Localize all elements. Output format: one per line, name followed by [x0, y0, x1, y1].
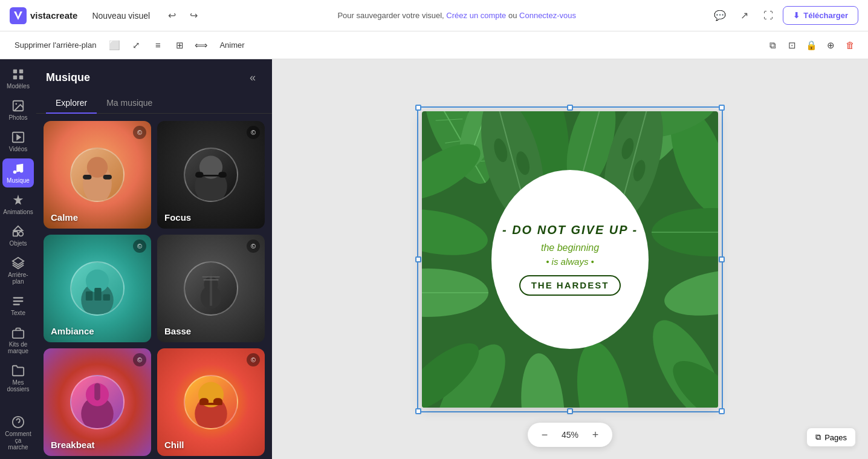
music-card-breakbeat[interactable]: © Breakbeat: [44, 348, 151, 456]
sidebar-item-mes-dossiers[interactable]: Mes dossiers: [2, 360, 34, 396]
ambiance-label: Ambiance: [51, 326, 94, 336]
svg-rect-2: [13, 70, 17, 73]
login-link[interactable]: Connectez-vous: [519, 11, 576, 20]
svg-rect-35: [210, 269, 212, 306]
folder-icon: [11, 364, 25, 377]
music-card-chill[interactable]: © Chill: [157, 348, 265, 456]
svg-rect-32: [103, 295, 110, 301]
handle-bottom-middle[interactable]: [567, 408, 573, 414]
remove-background-button[interactable]: Supprimer l'arrière-plan: [10, 38, 101, 52]
svg-rect-3: [19, 70, 23, 73]
basse-copyright-icon: ©: [247, 239, 260, 253]
handle-top-middle[interactable]: [567, 105, 573, 111]
sidebar-item-animations[interactable]: Animations: [2, 190, 34, 219]
sidebar-label-arriere-plan: Arrière-plan: [5, 272, 31, 285]
handle-bottom-right[interactable]: [719, 408, 725, 414]
svg-point-13: [19, 232, 23, 236]
resize-icon-button[interactable]: ⤢: [128, 37, 144, 54]
play-icon: [11, 131, 25, 144]
sidebar-item-videos[interactable]: Vidéos: [2, 127, 34, 156]
svg-point-7: [15, 103, 17, 105]
pages-button[interactable]: ⧉ Pages: [806, 428, 856, 447]
tab-explorer[interactable]: Explorer: [46, 93, 97, 114]
zoom-out-button[interactable]: −: [536, 426, 553, 443]
panel-collapse-button[interactable]: «: [243, 68, 262, 87]
sidebar-item-objets[interactable]: Objets: [2, 221, 34, 250]
layers-icon-button[interactable]: ⧉: [764, 37, 781, 54]
music-card-calme[interactable]: © Calme: [44, 121, 151, 229]
grid-icon: [11, 68, 25, 81]
zoom-in-button[interactable]: +: [587, 426, 604, 443]
canvas-visual[interactable]: - DO NOT GIVE UP - the beginning • is al…: [422, 111, 718, 408]
comment-icon-button[interactable]: 💬: [710, 6, 730, 25]
music-icon: [11, 162, 25, 175]
svg-rect-45: [199, 403, 222, 405]
handle-bottom-left[interactable]: [415, 408, 421, 414]
sidebar-label-help: Comment ça marche: [5, 431, 31, 451]
duplicate-icon-button[interactable]: ⊕: [822, 37, 839, 54]
sidebar-label-videos: Vidéos: [9, 146, 27, 152]
position-icon-button[interactable]: ⊡: [783, 37, 800, 54]
layers-icon: [11, 256, 25, 270]
canvas-text-overlay: - DO NOT GIVE UP - the beginning • is al…: [422, 111, 718, 408]
animate-button[interactable]: Animer: [215, 38, 249, 52]
chill-label: Chill: [164, 440, 184, 450]
sidebar-label-musique: Musique: [7, 177, 30, 184]
create-account-link[interactable]: Créez un compte: [446, 11, 506, 20]
sidebar-item-photos[interactable]: Photos: [2, 96, 34, 125]
canvas-text-content: - DO NOT GIVE UP - the beginning • is al…: [490, 210, 650, 308]
chill-copyright-icon: ©: [247, 353, 260, 366]
sidebar-item-help[interactable]: Comment ça marche: [2, 412, 34, 454]
lock-icon-button[interactable]: 🔒: [803, 37, 820, 54]
sidebar-item-musique[interactable]: Musique: [2, 158, 34, 187]
calme-label: Calme: [51, 212, 78, 223]
grid-icon-button[interactable]: ⊞: [171, 37, 188, 54]
delete-icon-button[interactable]: 🗑: [841, 37, 858, 54]
toolbar-right-actions: ⧉ ⊡ 🔒 ⊕ 🗑: [764, 37, 858, 54]
redo-button[interactable]: ↪: [184, 6, 203, 25]
sidebar-label-objets: Objets: [10, 240, 27, 247]
topbar-actions: 💬 ↗ ⛶ ⬇ Télécharger: [710, 6, 858, 25]
sidebar-label-modeles: Modèles: [7, 83, 30, 90]
or-text: ou: [508, 11, 519, 20]
handle-middle-left[interactable]: [415, 256, 421, 262]
svg-rect-4: [13, 76, 17, 79]
text-icon: [11, 295, 25, 308]
undo-button[interactable]: ↩: [162, 6, 181, 25]
align-icon-button[interactable]: ≡: [149, 37, 166, 54]
sidebar-item-kits[interactable]: Kits de marque: [2, 322, 34, 358]
headline4-badge: THE HARDEST: [519, 275, 621, 296]
svg-rect-31: [94, 288, 101, 301]
topbar-save-message: Pour sauvegarder votre visuel, Créez un …: [213, 11, 701, 20]
pages-icon: ⧉: [815, 432, 821, 442]
music-card-bg-calme: © Calme: [44, 121, 151, 229]
music-card-bg-ambiance: © Ambiance: [44, 235, 151, 342]
handle-top-left[interactable]: [415, 105, 421, 111]
download-icon: ⬇: [793, 11, 800, 20]
crop-icon-button[interactable]: ⬜: [106, 37, 123, 54]
handle-top-right[interactable]: [719, 105, 725, 111]
svg-rect-5: [19, 76, 23, 79]
panel-content: © Calme: [36, 114, 272, 459]
svg-rect-40: [94, 383, 100, 400]
music-card-focus[interactable]: © Focus: [157, 121, 265, 229]
ambiance-copyright-icon: ©: [133, 239, 146, 253]
help-icon: [11, 415, 25, 429]
music-card-basse[interactable]: © Basse: [157, 235, 265, 342]
fullscreen-icon-button[interactable]: ⛶: [759, 6, 778, 25]
breakbeat-copyright-icon: ©: [133, 353, 146, 366]
share-icon-button[interactable]: ↗: [734, 6, 754, 25]
sidebar-item-texte[interactable]: Texte: [2, 291, 34, 320]
icon-sidebar: Modèles Photos Vidéos Musique Animations…: [0, 59, 36, 459]
download-button[interactable]: ⬇ Télécharger: [783, 6, 858, 25]
sidebar-item-modeles[interactable]: Modèles: [2, 64, 34, 93]
canvas-wrapper: - DO NOT GIVE UP - the beginning • is al…: [422, 111, 718, 408]
sidebar-item-arriere-plan[interactable]: Arrière-plan: [2, 253, 34, 288]
sidebar-label-photos: Photos: [8, 114, 27, 121]
shapes-icon: [11, 225, 25, 238]
tab-ma-musique[interactable]: Ma musique: [97, 93, 162, 114]
save-message-text: Pour sauvegarder votre visuel,: [337, 11, 444, 20]
handle-middle-right[interactable]: [719, 256, 725, 262]
mirror-icon-button[interactable]: ⟺: [193, 37, 210, 54]
music-card-ambiance[interactable]: © Ambiance: [44, 235, 151, 342]
